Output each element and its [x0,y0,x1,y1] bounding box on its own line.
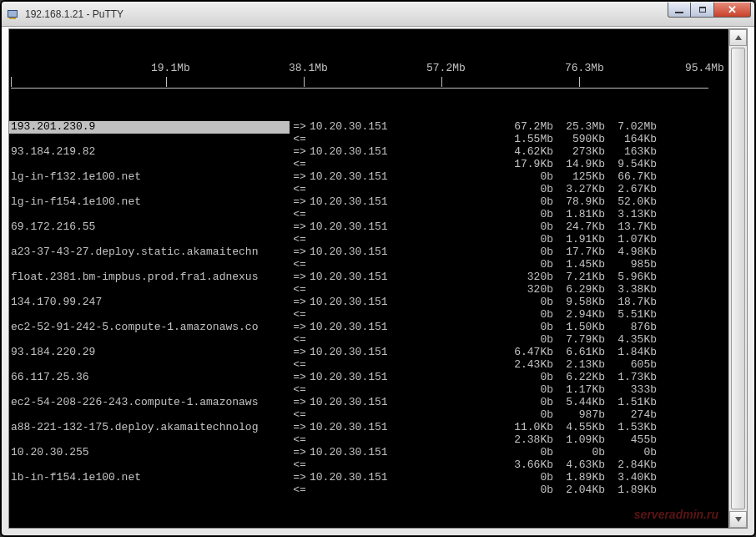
arrow-tx-icon: => [290,422,310,434]
rate-2s: 0b [501,484,553,497]
arrow-tx-icon: => [290,322,310,334]
traffic-row-rx: <=0b987b274b [9,409,728,422]
host-cell-empty [9,384,290,397]
traffic-row: a88-221-132-175.deploy.akamaitechnolog=>… [9,422,728,434]
scale-tick-4: 76.3Mb [565,63,604,73]
scale-tick-5: 95.4Mb [685,63,724,73]
dest-ip-cell: 10.20.30.151 [310,322,501,334]
scroll-down-button[interactable] [729,511,747,528]
dest-ip-cell: 10.20.30.151 [310,372,501,384]
traffic-row-rx: <=2.43Kb2.13Kb605b [9,359,728,372]
close-button[interactable]: ✕ [714,3,751,18]
rate-10s: 1.50Kb [553,322,605,334]
rate-40s: 3.13Kb [605,209,657,221]
host-cell-empty [9,434,290,447]
rate-40s: 66.7Kb [605,171,657,184]
titlebar[interactable]: 192.168.1.21 - PuTTY ✕ [2,2,754,27]
rate-10s: 0b [553,447,605,459]
scroll-up-button[interactable] [729,29,747,46]
traffic-row-rx: <=0b7.79Kb4.35Kb [9,334,728,347]
rate-2s: 0b [501,296,553,309]
arrow-rx-icon: <= [290,334,310,347]
host-cell-empty [9,159,290,171]
vertical-scrollbar[interactable] [728,29,747,528]
arrow-rx-icon: <= [290,359,310,372]
rate-10s: 1.81Kb [553,209,605,221]
traffic-row: 10.20.30.255=>10.20.30.1510b0b0b [9,447,728,459]
rate-10s: 2.04Kb [553,484,605,497]
rate-10s: 7.21Kb [553,271,605,284]
rate-2s: 0b [501,397,553,409]
maximize-button[interactable] [691,3,714,18]
rate-40s: 1.51Kb [605,397,657,409]
host-cell: lb-in-f154.1e100.net [9,472,290,484]
host-cell: ec2-54-208-226-243.compute-1.amazonaws [9,397,290,409]
svg-rect-2 [9,18,16,19]
traffic-row-rx: <=17.9Kb14.9Kb9.54Kb [9,159,728,171]
rate-10s: 25.3Mb [553,121,605,134]
arrow-tx-icon: => [290,347,310,359]
rate-2s: 17.9Kb [501,159,553,171]
rate-10s: 1.45Kb [553,259,605,271]
rate-10s: 9.58Kb [553,296,605,309]
dest-ip-cell: 10.20.30.151 [310,221,501,234]
arrow-rx-icon: <= [290,484,310,497]
host-cell-empty [9,184,290,196]
traffic-row-rx: <=1.55Mb590Kb164Kb [9,134,728,146]
host-cell-empty [9,259,290,271]
rate-2s: 0b [501,234,553,246]
rate-40s: 1.73Kb [605,372,657,384]
dest-ip-cell: 10.20.30.151 [310,397,501,409]
traffic-row: 193.201.230.9=>10.20.30.15167.2Mb25.3Mb7… [9,121,728,134]
dest-ip-cell: 10.20.30.151 [310,196,501,209]
arrow-tx-icon: => [290,196,310,209]
rate-2s: 4.62Kb [501,146,553,159]
scale-tick-3: 57.2Mb [426,63,466,73]
rate-2s: 0b [501,196,553,209]
rate-40s: 1.89Kb [605,484,657,497]
host-cell: lg-in-f132.1e100.net [9,171,290,184]
rate-10s: 17.7Kb [553,246,605,259]
rate-2s: 0b [501,184,553,196]
rate-2s: 3.66Kb [501,459,553,472]
arrow-tx-icon: => [290,397,310,409]
minimize-button[interactable] [668,3,691,18]
rate-10s: 5.44Kb [553,397,605,409]
rate-2s: 0b [501,171,553,184]
rate-2s: 67.2Mb [501,121,553,134]
terminal-client-area: 19.1Mb 38.1Mb 57.2Mb 76.3Mb 95.4Mb 193.2… [8,28,748,529]
rate-10s: 1.91Kb [553,234,605,246]
rate-2s: 320b [501,284,553,296]
rate-40s: 333b [605,384,657,397]
host-cell: lg-in-f154.1e100.net [9,196,290,209]
arrow-rx-icon: <= [290,459,310,472]
rate-10s: 4.55Kb [553,422,605,434]
rate-2s: 0b [501,384,553,397]
window-title: 192.168.1.21 - PuTTY [25,8,123,20]
traffic-row-rx: <=0b1.81Kb3.13Kb [9,209,728,221]
rate-2s: 320b [501,271,553,284]
rate-10s: 125Kb [553,171,605,184]
host-cell-empty [9,284,290,296]
rate-40s: 1.84Kb [605,347,657,359]
host-cell: float.2381.bm-impbus.prod.fra1.adnexus [9,271,290,284]
dest-ip-cell: 10.20.30.151 [310,472,501,484]
traffic-row: 93.184.220.29=>10.20.30.1516.47Kb6.61Kb1… [9,347,728,359]
rate-40s: 7.02Mb [605,121,657,134]
arrow-rx-icon: <= [290,284,310,296]
arrow-rx-icon: <= [290,234,310,246]
scale-tick-1: 19.1Mb [151,63,190,73]
host-cell-empty [9,309,290,322]
terminal-output[interactable]: 19.1Mb 38.1Mb 57.2Mb 76.3Mb 95.4Mb 193.2… [9,29,728,528]
rate-2s: 2.43Kb [501,359,553,372]
rate-2s: 0b [501,447,553,459]
arrow-rx-icon: <= [290,259,310,271]
arrow-rx-icon: <= [290,434,310,447]
traffic-row-rx: <=0b2.04Kb1.89Kb [9,484,728,497]
rate-40s: 2.84Kb [605,459,657,472]
rate-10s: 6.61Kb [553,347,605,359]
dest-ip-cell: 10.20.30.151 [310,146,501,159]
traffic-row-rx: <=2.38Kb1.09Kb455b [9,434,728,447]
traffic-row: ec2-52-91-242-5.compute-1.amazonaws.co=>… [9,322,728,334]
scroll-thumb[interactable] [731,48,745,509]
